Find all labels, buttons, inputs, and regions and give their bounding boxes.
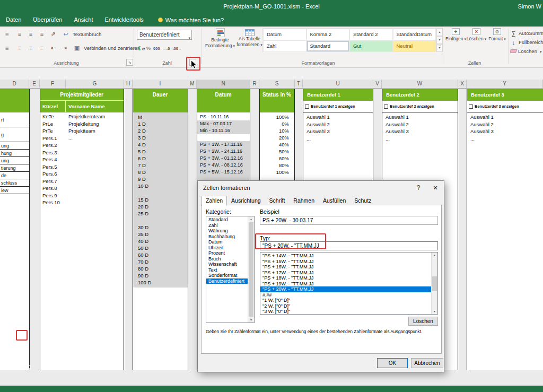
thousands-separator-button[interactable]: 000 xyxy=(153,44,160,53)
kategorie-item[interactable]: Prozent xyxy=(206,250,248,256)
kategorie-item[interactable]: Buchhaltung xyxy=(206,234,248,240)
typ-item[interactable]: #,## xyxy=(260,292,431,298)
milestone-cell[interactable]: tierung xyxy=(0,164,29,172)
align-center-icon[interactable] xyxy=(26,43,36,53)
bedingte-formatierung-button[interactable]: Bedingte Formatierung xyxy=(205,28,235,48)
decrease-decimal-button[interactable]: .00→ xyxy=(172,44,182,53)
typ-item[interactable]: "PS + 16W. - "TT.MM.JJ xyxy=(260,264,431,270)
status-cell[interactable]: 10% xyxy=(260,127,294,134)
scroll-thumb[interactable] xyxy=(249,222,253,317)
typ-item[interactable]: "PS + 19W. - "TT.MM.JJ xyxy=(260,281,431,287)
ribbon-tab[interactable]: Entwicklertools xyxy=(99,13,149,27)
loeschen-zellen-button[interactable]: Löschen xyxy=(467,28,486,41)
auswahl-cell[interactable]: Auswahl 3 xyxy=(303,128,373,135)
dialog-tab[interactable]: Zahlen xyxy=(202,196,227,206)
style-cell[interactable]: Datum xyxy=(263,29,306,40)
column-header[interactable]: G xyxy=(66,80,124,88)
dauer-cell[interactable]: 10 D xyxy=(133,182,188,189)
style-cell[interactable]: Gut xyxy=(349,40,393,52)
status-cell[interactable]: 100% xyxy=(260,114,294,120)
dauer-cell[interactable]: 6 D xyxy=(133,155,188,162)
dauer-cell[interactable]: 50 D xyxy=(133,245,188,251)
dauer-cell[interactable]: 60 D xyxy=(133,251,188,258)
column-header[interactable]: V xyxy=(373,80,382,88)
kategorie-item[interactable]: Uhrzeit xyxy=(206,245,248,251)
datum-cell[interactable]: PS - 10.11.16 xyxy=(197,114,250,120)
dauer-cell[interactable]: M xyxy=(133,114,188,120)
dauer-cell[interactable]: 80 D xyxy=(133,265,188,272)
member-row[interactable]: Pers.5 xyxy=(40,164,124,171)
style-cell[interactable]: Standard 2 xyxy=(349,29,393,40)
scroll-up-icon[interactable] xyxy=(436,28,443,36)
dauer-cell[interactable]: 9 D xyxy=(133,176,188,182)
align-middle-icon[interactable] xyxy=(26,29,36,39)
align-right-icon[interactable] xyxy=(37,43,47,53)
kategorie-item[interactable]: Sonderformat xyxy=(206,273,248,278)
status-cell[interactable]: 60% xyxy=(260,155,294,162)
member-row[interactable]: Pers.4 xyxy=(40,156,124,164)
typ-item[interactable]: "PS + 18W. - "TT.MM.JJ xyxy=(260,275,431,281)
column-header[interactable]: D xyxy=(0,80,29,88)
auswahl-cell[interactable]: Auswahl 2 xyxy=(467,121,543,128)
textumbruch-button[interactable]: Textumbruch xyxy=(59,29,103,39)
align-bottom-icon[interactable] xyxy=(37,29,47,39)
typ-item[interactable]: "PS + 15W. - "TT.MM.JJ xyxy=(260,259,431,265)
kategorie-item[interactable]: Zahl xyxy=(206,223,248,229)
typ-item[interactable]: "2 W. ["0" D]" xyxy=(260,303,431,309)
member-row[interactable]: Pers.8 xyxy=(40,185,124,193)
dialog-close-button[interactable]: ✕ xyxy=(427,181,444,195)
verbinden-und-zentrieren-button[interactable]: Verbinden und zentrieren xyxy=(71,43,147,53)
kategorie-item[interactable]: Währung xyxy=(206,228,248,234)
status-cell[interactable]: 100% xyxy=(260,169,294,176)
format-button[interactable]: Format xyxy=(487,28,507,41)
dialog-tab[interactable]: Rahmen xyxy=(289,196,319,206)
column-header[interactable]: R xyxy=(250,80,259,88)
auswahl-cell[interactable]: Auswahl 1 xyxy=(382,114,458,121)
benutzerdef1-anzeigen-checkbox[interactable]: Benutzerdef 1 anzeigen xyxy=(303,101,373,112)
milestone-cell[interactable]: rt xyxy=(0,112,29,127)
column-header[interactable]: F xyxy=(40,80,66,88)
gallery-more-icon[interactable] xyxy=(436,44,443,52)
dauer-cell[interactable]: 35 D xyxy=(133,231,188,238)
kategorie-item[interactable]: Bruch xyxy=(206,256,248,262)
ok-button[interactable]: OK xyxy=(377,358,408,368)
milestone-cell[interactable]: ung xyxy=(0,142,29,150)
dauer-cell[interactable]: 40 D xyxy=(133,238,188,245)
align-left-icon[interactable] xyxy=(15,43,24,53)
auswahl-cell[interactable]: Auswahl 1 xyxy=(467,114,543,121)
milestone-cell[interactable]: ung xyxy=(0,157,29,164)
scroll-down-icon[interactable] xyxy=(436,36,443,44)
style-cell[interactable]: Standard xyxy=(306,40,350,52)
member-row[interactable]: PrTe Projektteam xyxy=(40,128,124,135)
fuellbereich-button[interactable]: Füllbereich xyxy=(510,38,543,47)
column-header[interactable]: T xyxy=(295,80,303,88)
datum-cell[interactable]: PS + 2W. - 24.11.16 xyxy=(197,148,250,155)
auswahl-cell[interactable]: ... xyxy=(467,135,543,143)
column-header-selected[interactable]: N xyxy=(197,80,250,88)
style-cell[interactable]: Zahl xyxy=(263,40,306,52)
member-row[interactable]: Pers.9 xyxy=(40,193,124,200)
dialog-tab[interactable]: Ausrichtung xyxy=(227,196,265,206)
member-row[interactable]: Pers.10 xyxy=(40,199,124,207)
dialog-launcher-ausrichtung[interactable] xyxy=(126,59,133,66)
auswahl-cell[interactable]: Auswahl 2 xyxy=(303,121,373,128)
style-cell[interactable]: Komma 2 xyxy=(306,29,350,40)
column-header[interactable]: S xyxy=(259,80,295,88)
benutzerdef2-anzeigen-checkbox[interactable]: Benutzerdef 2 anzeigen xyxy=(382,101,458,112)
dauer-cell[interactable]: 100 D xyxy=(133,279,188,286)
auswahl-cell[interactable]: Auswahl 1 xyxy=(303,114,373,121)
dauer-cell[interactable]: 90 D xyxy=(133,272,188,279)
typ-item[interactable]: "PS + 20W. - "TT.MM.JJ xyxy=(260,286,431,292)
style-cell[interactable]: StandardDatum xyxy=(393,29,436,40)
datum-cell[interactable]: PS + 5W. - 15.12.16 xyxy=(197,169,250,176)
milestone-cell[interactable]: de xyxy=(0,172,29,179)
number-format-dropdown[interactable]: Benutzerdefiniert xyxy=(137,30,192,40)
als-tabelle-formatieren-button[interactable]: Als Tabelle formatieren xyxy=(237,28,262,47)
dialog-tab[interactable]: Ausfüllen xyxy=(319,196,350,206)
dauer-cell[interactable]: 25 D xyxy=(133,210,188,217)
dauer-cell[interactable] xyxy=(133,217,188,224)
scroll-down-icon[interactable] xyxy=(432,309,437,314)
member-row[interactable]: Pers.1 ... xyxy=(40,135,124,143)
milestone-cell[interactable]: g xyxy=(0,127,29,142)
cancel-button[interactable]: Abbrechen xyxy=(411,358,443,368)
